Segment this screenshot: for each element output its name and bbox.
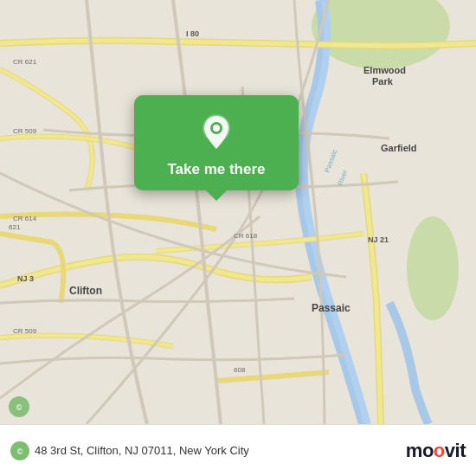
svg-text:©: © [17, 447, 23, 456]
bottom-bar: © 48 3rd St, Clifton, NJ 07011, New York… [0, 424, 476, 476]
svg-text:Elmwood: Elmwood [363, 65, 406, 75]
map-container[interactable]: I 80 NJ 21 NJ 3 CR 621 CR 509 CR 614 CR … [0, 0, 476, 424]
svg-text:CR 618: CR 618 [234, 232, 258, 240]
svg-text:Passaic: Passaic [312, 302, 351, 314]
popup-card[interactable]: Take me there [134, 95, 299, 190]
svg-text:©: © [16, 403, 23, 412]
moovit-logo: moovit [406, 440, 466, 462]
svg-text:621: 621 [9, 223, 21, 231]
take-me-there-label: Take me there [167, 161, 265, 178]
location-pin-icon [196, 111, 237, 152]
svg-point-3 [407, 216, 459, 320]
address-text: 48 3rd St, Clifton, NJ 07011, New York C… [35, 444, 406, 457]
svg-text:CR 509: CR 509 [13, 327, 37, 335]
svg-text:608: 608 [234, 366, 246, 374]
svg-text:NJ 21: NJ 21 [368, 235, 389, 244]
svg-text:Park: Park [372, 76, 394, 87]
svg-point-25 [213, 125, 220, 132]
svg-text:Garfield: Garfield [381, 143, 417, 153]
svg-text:I 80: I 80 [186, 29, 199, 38]
svg-text:NJ 3: NJ 3 [17, 274, 34, 283]
svg-text:Clifton: Clifton [69, 285, 102, 297]
svg-text:CR 614: CR 614 [13, 215, 37, 222]
svg-text:CR 509: CR 509 [13, 127, 37, 135]
osm-logo-icon: © [10, 441, 29, 460]
svg-text:CR 621: CR 621 [13, 58, 37, 66]
